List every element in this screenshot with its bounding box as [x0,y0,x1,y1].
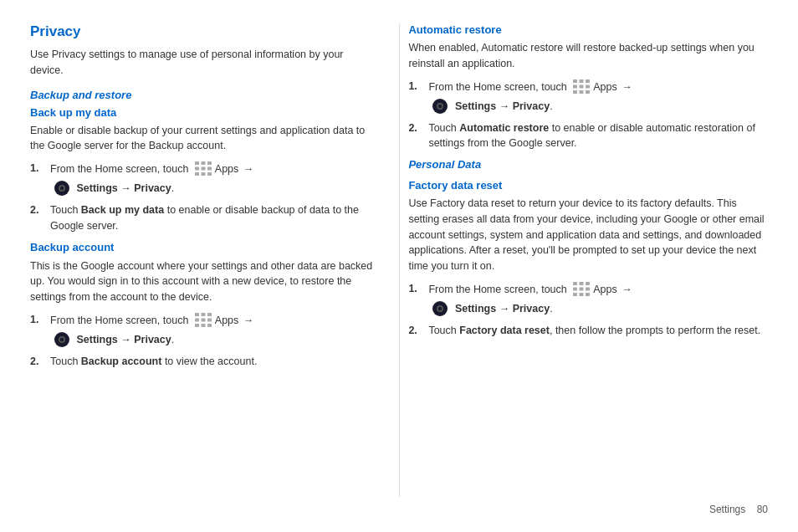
list-item: 2. Touch Factory data reset, then follow… [408,323,768,339]
step-content: Touch Backup account to view the account… [50,354,374,370]
svg-rect-5 [207,167,212,171]
svg-rect-31 [580,90,584,94]
sub-heading-automatic-restore: Automatic restore [408,23,768,36]
svg-rect-28 [580,84,584,88]
settings-privacy-text: Settings → Privacy. [452,300,552,317]
step-text-before: From the Home screen, touch [50,312,192,329]
step-content: Touch Factory data reset, then follow th… [428,323,768,339]
intro-text: Use Privacy settings to manage use of pe… [30,47,374,79]
step-content: From the Home screen, touch [428,79,768,115]
step-num: 2. [408,120,425,136]
sub-heading-factory-reset: Factory data reset [408,179,768,192]
svg-rect-40 [580,287,584,290]
step-line2: Settings → Privacy. [428,299,768,318]
list-item: 1. From the Home screen, touch [408,281,768,318]
svg-rect-20 [207,324,212,327]
bold-action: Backup account [81,356,162,367]
svg-point-35 [438,104,442,107]
apps-label: Apps [593,79,617,95]
svg-rect-44 [586,293,590,296]
step-line2: Settings → Privacy. [50,179,374,197]
step-num: 1. [30,161,47,176]
svg-point-11 [60,187,64,190]
sub-heading-backup-my-data: Back up my data [30,106,374,119]
left-column: Privacy Use Privacy settings to manage u… [30,23,399,497]
settings-privacy-text: Settings → Privacy. [452,98,552,115]
step-num: 2. [30,354,47,370]
svg-point-23 [60,338,64,341]
list-item: 1. From the Home screen, touch [408,79,768,115]
step-content: From the Home screen, touch [50,161,374,197]
settings-gear-icon [53,330,71,349]
bold-action: Automatic restore [459,122,549,134]
factory-reset-steps: 1. From the Home screen, touch [408,281,768,339]
list-item: 2. Touch Automatic restore to enable or … [408,120,768,152]
svg-rect-16 [201,318,205,321]
svg-rect-25 [580,79,584,83]
section-backup-restore-heading: Backup and restore [30,89,374,101]
apps-label: Apps [593,281,617,298]
factory-reset-body: Use Factory data reset to return your de… [408,196,768,274]
svg-rect-0 [195,161,199,165]
apps-grid-icon [572,281,591,298]
bold-action: Back up my data [81,204,164,216]
apps-label: Apps [215,312,239,329]
arrow: → [619,281,632,298]
page-number: 80 [757,504,768,515]
page-footer: Settings 80 [30,497,768,515]
backup-account-steps: 1. From the Home screen, touch [30,312,374,370]
svg-rect-26 [586,79,590,83]
automatic-restore-body: When enabled, Automatic restore will res… [408,40,768,72]
step-line2: Settings → Privacy. [50,330,374,349]
apps-grid-icon [194,312,212,329]
svg-rect-3 [195,167,199,171]
bold-action: Factory data reset [459,325,550,336]
svg-rect-38 [586,282,590,285]
step-num: 2. [30,202,47,218]
svg-rect-6 [195,172,199,176]
settings-gear-icon [53,179,71,197]
svg-rect-8 [207,172,212,176]
svg-rect-19 [201,324,205,327]
svg-rect-24 [573,79,577,83]
step-num: 2. [408,323,425,339]
automatic-restore-steps: 1. From the Home screen, touch [408,79,768,152]
step-num: 1. [408,79,425,95]
settings-privacy-text: Settings → Privacy. [74,180,174,197]
step-line2: Settings → Privacy. [428,97,768,115]
svg-rect-14 [207,313,212,316]
step-text-before: From the Home screen, touch [428,79,570,95]
settings-gear-icon [431,97,449,115]
svg-rect-27 [573,84,577,88]
step-text-before: From the Home screen, touch [428,281,570,298]
svg-rect-32 [586,90,590,94]
svg-rect-41 [586,287,590,290]
step-line: From the Home screen, touch [428,79,768,95]
footer-label: Settings [709,504,745,515]
step-num: 1. [30,312,47,328]
step-content: Touch Automatic restore to enable or dis… [428,120,768,152]
svg-rect-1 [201,161,205,165]
columns: Privacy Use Privacy settings to manage u… [30,23,768,497]
list-item: 1. From the Home screen, touch [30,312,374,349]
sub-heading-backup-account: Backup account [30,241,374,253]
svg-rect-17 [207,318,212,321]
svg-rect-4 [201,167,205,171]
svg-rect-39 [573,287,577,290]
settings-gear-icon [431,299,449,318]
backup-my-data-steps: 1. From the Home screen, touch [30,161,374,234]
arrow: → [240,161,253,177]
arrow: → [619,79,632,95]
svg-rect-37 [580,282,584,285]
svg-rect-15 [195,318,199,321]
page-title: Privacy [30,23,374,40]
page: Privacy Use Privacy settings to manage u… [0,0,798,532]
step-content: Touch Back up my data to enable or disab… [50,202,374,234]
step-line: From the Home screen, touch [50,161,374,177]
backup-account-body: This is the Google account where your se… [30,258,374,305]
svg-rect-29 [586,84,590,88]
step-text-before: From the Home screen, touch [50,161,192,177]
svg-point-47 [438,307,442,310]
backup-my-data-body: Enable or disable backup of your current… [30,123,374,155]
svg-rect-18 [195,324,199,327]
